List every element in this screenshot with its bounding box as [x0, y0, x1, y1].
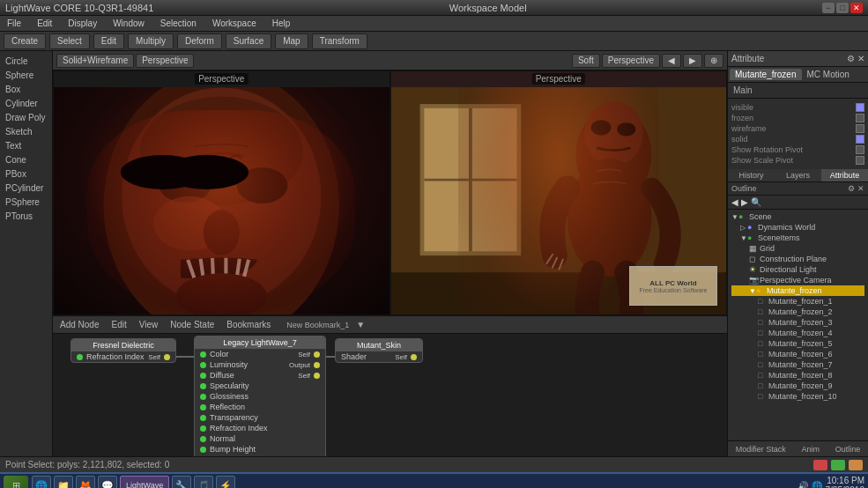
- taskbar-tray: 🔊 🌐 10:16 PM 7/25/2010: [798, 476, 865, 488]
- checkbox-wireframe[interactable]: [856, 124, 864, 133]
- mod-outline[interactable]: Outline: [832, 444, 864, 455]
- toolbar-surface[interactable]: Surface: [226, 33, 271, 49]
- sidebar-pbox[interactable]: PBox: [2, 167, 50, 181]
- close-button[interactable]: ✕: [850, 3, 863, 13]
- checkbox-show-scale[interactable]: [856, 156, 864, 165]
- vp-toolbar-right-view[interactable]: Perspective: [602, 54, 660, 68]
- toolbar-map[interactable]: Map: [275, 33, 308, 49]
- maximize-button[interactable]: □: [836, 3, 849, 13]
- ne-view[interactable]: View: [136, 319, 162, 330]
- node-legacy[interactable]: Legacy LightWave_7 Color Self Luminosity…: [194, 336, 326, 456]
- mod-stack[interactable]: Modifier Stack: [732, 444, 790, 455]
- tree-mutante-9[interactable]: □ Mutante_frozen_9: [731, 381, 864, 391]
- sidebar-box[interactable]: Box: [2, 83, 50, 96]
- toolbar-transform[interactable]: Transform: [312, 33, 367, 49]
- label-refr: Refraction Index: [210, 424, 268, 433]
- menu-file[interactable]: File: [4, 18, 25, 28]
- dot-normal: [200, 436, 206, 442]
- tree-mutante-4[interactable]: □ Mutante_frozen_4: [731, 328, 864, 338]
- tree-constr-plane[interactable]: ◻ Construction Plane: [731, 254, 864, 264]
- ne-add-node[interactable]: Add Node: [56, 319, 102, 330]
- tree-persp-camera[interactable]: 📷 Perspective Camera: [731, 275, 864, 285]
- sidebar-cone[interactable]: Cone: [2, 153, 50, 166]
- sidebar-pcylinder[interactable]: PCylinder: [2, 181, 50, 195]
- scene-nav-left[interactable]: ◀: [731, 197, 738, 207]
- taskbar-app-7[interactable]: ⚡: [216, 476, 235, 488]
- checkbox-frozen[interactable]: [856, 114, 864, 122]
- tree-mutante-10[interactable]: □ Mutante_frozen_10: [731, 391, 864, 402]
- menu-workspace[interactable]: Workspace: [209, 18, 260, 28]
- tree-mutante-frozen[interactable]: ▼ ● Mutante_frozen: [731, 285, 864, 296]
- attr-tab-motion[interactable]: MC Motion: [802, 69, 855, 80]
- sidebar-psphere[interactable]: PSphere: [2, 196, 50, 209]
- taskbar-app-3[interactable]: 🦊: [76, 476, 95, 488]
- label-shader-self: Self: [395, 353, 407, 361]
- vp-toolbar-icon1[interactable]: ◀: [662, 54, 681, 68]
- sp-tab-layers[interactable]: Layers: [775, 169, 821, 181]
- viewport-right[interactable]: Perspective ALL PC World Free Education …: [390, 70, 728, 315]
- viewport-left[interactable]: Perspective: [53, 70, 390, 315]
- toolbar-multiply[interactable]: Multiply: [128, 33, 174, 49]
- sidebar-ptorus[interactable]: PTorus: [2, 210, 50, 223]
- minimize-button[interactable]: −: [822, 3, 835, 13]
- vp-toolbar-left-view[interactable]: Perspective: [136, 54, 194, 68]
- attribute-title: Attribute: [731, 54, 764, 63]
- checkbox-visible[interactable]: [856, 103, 864, 112]
- sidebar-draw-poly[interactable]: Draw Poly: [2, 111, 50, 124]
- tree-mutante-1[interactable]: □ Mutante_frozen_1: [731, 296, 864, 307]
- sidebar-sphere[interactable]: Sphere: [2, 69, 50, 82]
- node-fresnel-label: Refraction Index: [86, 352, 145, 361]
- scene-nav-search[interactable]: 🔍: [751, 197, 761, 207]
- tree-grid[interactable]: ▦ Grid: [731, 243, 864, 254]
- sidebar-circle[interactable]: Circle: [2, 55, 50, 68]
- toolbar-create[interactable]: Create: [4, 33, 46, 49]
- sidebar-text[interactable]: Text: [2, 139, 50, 152]
- tree-mutante-6[interactable]: □ Mutante_frozen_6: [731, 349, 864, 359]
- toolbar-edit[interactable]: Edit: [93, 33, 124, 49]
- taskbar-app-1[interactable]: 🌐: [32, 476, 51, 488]
- vp-toolbar-right-mode[interactable]: Soft: [572, 54, 600, 68]
- toolbar-select[interactable]: Select: [49, 33, 90, 49]
- scene-nav-right[interactable]: ▶: [741, 197, 748, 207]
- taskbar-app-4[interactable]: 💬: [98, 476, 117, 488]
- tree-scene[interactable]: ▼ ● Scene: [731, 211, 864, 222]
- taskbar-start[interactable]: ⊞: [4, 476, 28, 488]
- sidebar-cylinder[interactable]: Cylinder: [2, 97, 50, 110]
- sidebar-sketch[interactable]: Sketch: [2, 125, 50, 138]
- ne-edit[interactable]: Edit: [108, 319, 130, 330]
- node-mutant-skin[interactable]: Mutant_Skin Shader Self: [335, 338, 423, 363]
- mod-anim[interactable]: Anim: [798, 444, 823, 455]
- tree-dynamics[interactable]: ▷ ● Dynamics World: [731, 222, 864, 233]
- tree-mutante-5[interactable]: □ Mutante_frozen_5: [731, 338, 864, 349]
- tree-mutante-3[interactable]: □ Mutante_frozen_3: [731, 317, 864, 328]
- menu-help[interactable]: Help: [269, 18, 294, 28]
- menu-selection[interactable]: Selection: [157, 18, 200, 28]
- taskbar-app-lightwave[interactable]: LightWave: [120, 476, 169, 488]
- tree-sceneitems[interactable]: ▼ ● SceneItems: [731, 233, 864, 243]
- ne-bookmarks[interactable]: Bookmarks: [223, 319, 274, 330]
- taskbar-app-2[interactable]: 📁: [54, 476, 73, 488]
- attr-solid: solid: [731, 134, 864, 144]
- checkbox-show-rot[interactable]: [856, 145, 864, 154]
- node-canvas[interactable]: Fresnel Dielectric Refraction Index Self…: [53, 334, 727, 456]
- attr-tab-object[interactable]: Mutante_frozen: [730, 69, 802, 80]
- sp-tab-history[interactable]: History: [728, 169, 775, 181]
- taskbar-app-6[interactable]: 🎵: [194, 476, 213, 488]
- toolbar-deform[interactable]: Deform: [177, 33, 222, 49]
- menu-window[interactable]: Window: [109, 18, 148, 28]
- checkbox-solid[interactable]: [856, 135, 864, 144]
- menu-display[interactable]: Display: [64, 18, 100, 28]
- vp-toolbar-icon3[interactable]: ⊕: [704, 54, 723, 68]
- tree-dir-light[interactable]: ☀ Directional Light: [731, 264, 864, 275]
- sp-tab-attribute[interactable]: Attribute: [821, 169, 868, 181]
- tree-mutante-8[interactable]: □ Mutante_frozen_8: [731, 370, 864, 381]
- tree-mutante-2[interactable]: □ Mutante_frozen_2: [731, 307, 864, 317]
- vp-toolbar-icon2[interactable]: ▶: [683, 54, 702, 68]
- node-legacy-refr: Refraction Index: [195, 423, 325, 433]
- taskbar-app-5[interactable]: 🔧: [172, 476, 191, 488]
- ne-node-state[interactable]: Node State: [167, 319, 218, 330]
- tree-mutante-7[interactable]: □ Mutante_frozen_7: [731, 359, 864, 370]
- vp-toolbar-left-mode[interactable]: Solid+Wireframe: [56, 54, 134, 68]
- menu-edit[interactable]: Edit: [33, 18, 56, 28]
- node-fresnel[interactable]: Fresnel Dielectric Refraction Index Self: [70, 338, 176, 363]
